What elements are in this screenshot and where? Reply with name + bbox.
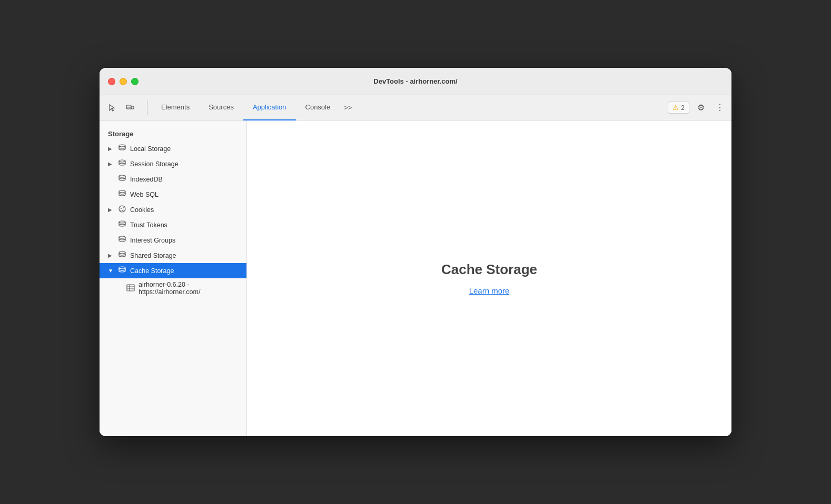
svg-point-14 <box>119 236 125 238</box>
svg-point-6 <box>119 190 125 193</box>
db-icon <box>117 159 127 169</box>
svg-point-12 <box>123 209 124 210</box>
warning-badge[interactable]: ⚠ 2 <box>668 102 689 114</box>
chevron-right-icon: ▶ <box>108 146 114 152</box>
svg-point-5 <box>119 175 125 177</box>
svg-point-8 <box>121 208 122 209</box>
close-button[interactable] <box>108 78 115 85</box>
indexeddb-label: IndexedDB <box>130 176 242 183</box>
sidebar-item-interest-groups[interactable]: Interest Groups <box>100 233 246 248</box>
sidebar-item-session-storage[interactable]: ▶ Session Storage <box>100 156 246 172</box>
tab-elements[interactable]: Elements <box>152 95 199 120</box>
warning-icon: ⚠ <box>672 104 679 112</box>
dots-icon: ⋮ <box>716 103 724 113</box>
more-options-button[interactable]: ⋮ <box>713 100 727 115</box>
svg-point-11 <box>120 210 121 210</box>
gear-icon: ⚙ <box>697 103 705 113</box>
toolbar-tabs: Elements Sources Application Console >> <box>152 95 668 120</box>
db-icon <box>117 220 127 230</box>
window-title: DevTools - airhorner.com/ <box>373 77 457 85</box>
svg-point-3 <box>119 145 125 147</box>
chevron-down-icon: ▼ <box>108 268 114 274</box>
cursor-icon <box>108 104 116 112</box>
svg-rect-0 <box>126 105 131 109</box>
sidebar-item-trust-tokens[interactable]: Trust Tokens <box>100 217 246 233</box>
tab-application[interactable]: Application <box>243 95 296 120</box>
traffic-lights <box>108 78 138 85</box>
svg-point-16 <box>119 267 125 269</box>
svg-point-9 <box>123 207 124 208</box>
svg-point-7 <box>119 206 125 212</box>
interest-groups-label: Interest Groups <box>130 237 242 244</box>
db-icon <box>117 144 127 154</box>
svg-point-15 <box>119 251 125 254</box>
session-storage-label: Session Storage <box>130 160 242 168</box>
svg-point-13 <box>119 221 125 223</box>
sidebar-item-shared-storage[interactable]: ▶ Shared Storage <box>100 248 246 263</box>
cache-entry-label: airhorner-0.6.20 - https://airhorner.com… <box>138 281 242 296</box>
toolbar-icons <box>104 99 138 116</box>
cookie-icon <box>117 205 127 215</box>
db-icon <box>117 189 127 199</box>
trust-tokens-label: Trust Tokens <box>130 221 242 229</box>
sidebar: Storage ▶ Local Storage ▶ <box>100 120 247 436</box>
cookies-label: Cookies <box>130 206 242 214</box>
chevron-right-icon: ▶ <box>108 207 114 213</box>
settings-button[interactable]: ⚙ <box>694 100 708 115</box>
tab-sources[interactable]: Sources <box>199 95 243 120</box>
chevron-right-icon: ▶ <box>108 161 114 167</box>
db-icon <box>117 174 127 184</box>
svg-rect-1 <box>131 106 134 109</box>
svg-point-4 <box>119 160 125 162</box>
maximize-button[interactable] <box>131 78 138 85</box>
content-area: Cache Storage Learn more <box>247 120 731 436</box>
cache-storage-label: Cache Storage <box>130 267 242 275</box>
device-icon <box>126 104 134 112</box>
db-icon <box>117 266 127 276</box>
sidebar-item-indexeddb[interactable]: IndexedDB <box>100 172 246 187</box>
toolbar-right: ⚠ 2 ⚙ ⋮ <box>668 100 727 115</box>
sidebar-item-local-storage[interactable]: ▶ Local Storage <box>100 141 246 156</box>
svg-rect-17 <box>127 285 134 291</box>
toolbar-more-tabs[interactable]: >> <box>340 95 356 120</box>
sidebar-item-cache-storage[interactable]: ▼ Cache Storage <box>100 263 246 278</box>
devtools-window: DevTools - airhorner.com/ Elements <box>100 68 731 436</box>
minimize-button[interactable] <box>120 78 127 85</box>
svg-point-10 <box>122 210 123 211</box>
toolbar: Elements Sources Application Console >> … <box>100 95 731 120</box>
web-sql-label: Web SQL <box>130 191 242 198</box>
toolbar-divider <box>147 100 147 115</box>
local-storage-label: Local Storage <box>130 145 242 153</box>
tab-console[interactable]: Console <box>296 95 340 120</box>
shared-storage-label: Shared Storage <box>130 252 242 259</box>
db-icon <box>117 250 127 260</box>
chevron-right-icon: ▶ <box>108 253 114 258</box>
sidebar-item-cache-entry[interactable]: airhorner-0.6.20 - https://airhorner.com… <box>100 278 246 298</box>
learn-more-link[interactable]: Learn more <box>469 286 510 295</box>
content-title: Cache Storage <box>441 261 537 278</box>
inspect-element-button[interactable] <box>104 99 121 116</box>
sidebar-item-cookies[interactable]: ▶ Cookies <box>100 202 246 217</box>
main-area: Storage ▶ Local Storage ▶ <box>100 120 731 436</box>
titlebar: DevTools - airhorner.com/ <box>100 68 731 95</box>
sidebar-item-web-sql[interactable]: Web SQL <box>100 187 246 202</box>
storage-section-label: Storage <box>100 125 246 141</box>
table-icon <box>126 284 135 294</box>
device-toggle-button[interactable] <box>122 99 138 116</box>
db-icon <box>117 235 127 245</box>
